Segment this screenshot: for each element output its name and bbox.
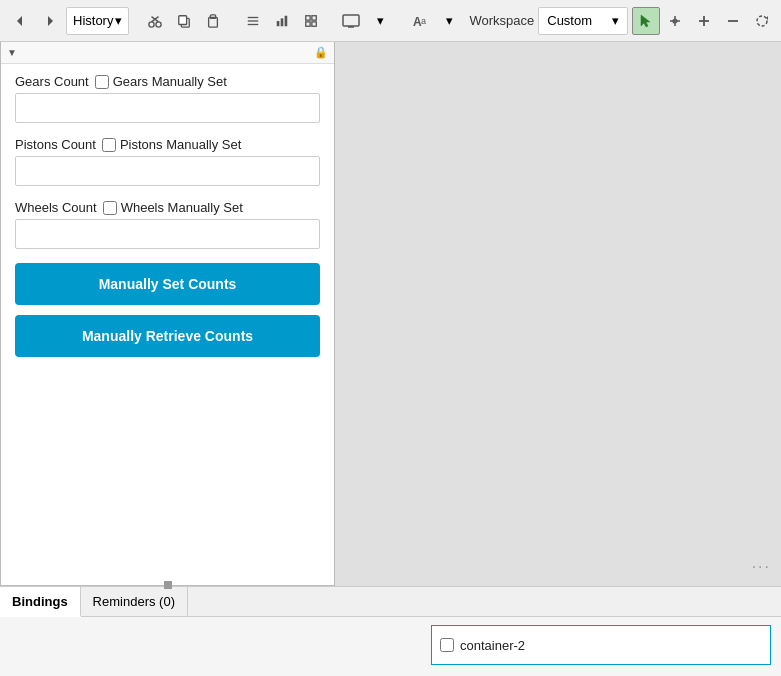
pistons-manually-set-label[interactable]: Pistons Manually Set bbox=[102, 137, 241, 152]
wheels-count-input[interactable] bbox=[15, 219, 320, 249]
workspace-dropdown[interactable]: Custom ▾ bbox=[538, 7, 628, 35]
list-view-button[interactable] bbox=[239, 7, 267, 35]
pistons-manually-set-text: Pistons Manually Set bbox=[120, 137, 241, 152]
bottom-tabs: Bindings Reminders (0) bbox=[0, 587, 781, 617]
svg-point-32 bbox=[757, 16, 767, 26]
add-point-icon bbox=[668, 14, 682, 28]
paste-icon bbox=[206, 14, 220, 28]
chart-view-button[interactable] bbox=[268, 7, 296, 35]
svg-rect-9 bbox=[211, 14, 216, 18]
svg-rect-19 bbox=[312, 21, 316, 25]
history-dropdown-arrow: ▾ bbox=[115, 13, 122, 28]
screen-button[interactable] bbox=[337, 7, 365, 35]
svg-rect-20 bbox=[343, 15, 359, 26]
gears-count-input[interactable] bbox=[15, 93, 320, 123]
edit-tools bbox=[141, 7, 227, 35]
add-button[interactable] bbox=[690, 7, 718, 35]
tab-reminders[interactable]: Reminders (0) bbox=[81, 587, 188, 617]
svg-point-3 bbox=[156, 21, 161, 26]
back-button[interactable] bbox=[6, 7, 34, 35]
minus-icon bbox=[726, 14, 740, 28]
add-point-button[interactable] bbox=[661, 7, 689, 35]
panel-resize-bottom-handle[interactable] bbox=[1, 581, 334, 589]
chart-icon bbox=[275, 14, 289, 28]
layout-tools bbox=[239, 7, 325, 35]
svg-rect-15 bbox=[285, 15, 288, 26]
grid-icon bbox=[304, 14, 318, 28]
gears-header-row: Gears Count Gears Manually Set bbox=[15, 74, 320, 89]
bottom-panel: Bindings Reminders (0) container-2 bbox=[0, 586, 781, 676]
wheels-field-group: Wheels Count Wheels Manually Set bbox=[15, 200, 320, 249]
svg-rect-7 bbox=[179, 15, 187, 24]
forward-icon bbox=[43, 14, 57, 28]
toolbar: History ▾ bbox=[0, 0, 781, 42]
cut-button[interactable] bbox=[141, 7, 169, 35]
tab-bindings-label: Bindings bbox=[12, 594, 68, 609]
pistons-manually-set-checkbox[interactable] bbox=[102, 138, 116, 152]
copy-button[interactable] bbox=[170, 7, 198, 35]
tab-bindings[interactable]: Bindings bbox=[0, 587, 81, 617]
svg-rect-16 bbox=[306, 15, 310, 19]
screen-dropdown-button[interactable]: ▾ bbox=[366, 7, 394, 35]
svg-point-2 bbox=[149, 21, 154, 26]
pistons-count-input[interactable] bbox=[15, 156, 320, 186]
bottom-content: container-2 bbox=[0, 617, 781, 676]
font-button[interactable]: A a bbox=[406, 7, 434, 35]
gears-field-group: Gears Count Gears Manually Set bbox=[15, 74, 320, 123]
svg-marker-25 bbox=[641, 15, 650, 27]
workspace-value: Custom bbox=[547, 13, 592, 28]
screen-icon bbox=[342, 14, 360, 28]
pistons-label: Pistons Count bbox=[15, 137, 96, 152]
panel-collapse-arrow[interactable]: ▼ bbox=[7, 47, 17, 58]
pistons-header-row: Pistons Count Pistons Manually Set bbox=[15, 137, 320, 152]
workspace-label: Workspace bbox=[469, 13, 534, 28]
panel-lock-icon[interactable]: 🔒 bbox=[314, 46, 328, 59]
container-checkbox[interactable] bbox=[440, 638, 454, 652]
svg-marker-0 bbox=[17, 16, 22, 26]
workspace-dropdown-arrow: ▾ bbox=[612, 13, 619, 28]
subtract-button[interactable] bbox=[719, 7, 747, 35]
workspace-group: Workspace Custom ▾ bbox=[469, 7, 628, 35]
gears-manually-set-label[interactable]: Gears Manually Set bbox=[95, 74, 227, 89]
forward-button[interactable] bbox=[36, 7, 64, 35]
panel-content: Gears Count Gears Manually Set Pistons C… bbox=[1, 64, 334, 585]
gears-manually-set-checkbox[interactable] bbox=[95, 75, 109, 89]
wheels-header-row: Wheels Count Wheels Manually Set bbox=[15, 200, 320, 215]
left-panel: ▼ 🔒 Gears Count Gears Manually Set Pisto… bbox=[0, 42, 335, 586]
canvas-options-dots[interactable]: ··· bbox=[752, 558, 771, 576]
manually-retrieve-counts-button[interactable]: Manually Retrieve Counts bbox=[15, 315, 320, 357]
plus-icon bbox=[697, 14, 711, 28]
list-view-icon bbox=[246, 14, 260, 28]
svg-rect-13 bbox=[277, 21, 280, 26]
container-box[interactable]: container-2 bbox=[431, 625, 771, 665]
svg-rect-18 bbox=[306, 21, 310, 25]
font-dropdown-button[interactable]: ▾ bbox=[435, 7, 463, 35]
font-icon: A a bbox=[412, 14, 428, 28]
back-icon bbox=[13, 14, 27, 28]
copy-icon bbox=[177, 14, 191, 28]
wheels-label: Wheels Count bbox=[15, 200, 97, 215]
main-area: ▼ 🔒 Gears Count Gears Manually Set Pisto… bbox=[0, 42, 781, 586]
grid-view-button[interactable] bbox=[297, 7, 325, 35]
wheels-manually-set-label[interactable]: Wheels Manually Set bbox=[103, 200, 243, 215]
container-label: container-2 bbox=[460, 638, 525, 653]
manually-set-counts-button[interactable]: Manually Set Counts bbox=[15, 263, 320, 305]
wheels-manually-set-checkbox[interactable] bbox=[103, 201, 117, 215]
select-tool-button[interactable] bbox=[632, 7, 660, 35]
pistons-field-group: Pistons Count Pistons Manually Set bbox=[15, 137, 320, 186]
rotate-button[interactable] bbox=[748, 7, 776, 35]
svg-rect-17 bbox=[312, 15, 316, 19]
gears-manually-set-text: Gears Manually Set bbox=[113, 74, 227, 89]
svg-text:a: a bbox=[421, 16, 426, 26]
gears-label: Gears Count bbox=[15, 74, 89, 89]
svg-rect-14 bbox=[281, 18, 284, 26]
paste-button[interactable] bbox=[199, 7, 227, 35]
panel-header: ▼ 🔒 bbox=[1, 42, 334, 64]
resize-dot bbox=[164, 581, 172, 589]
history-dropdown[interactable]: History ▾ bbox=[66, 7, 129, 35]
svg-marker-33 bbox=[766, 16, 768, 20]
wheels-manually-set-text: Wheels Manually Set bbox=[121, 200, 243, 215]
canvas-area[interactable]: ··· bbox=[335, 42, 781, 586]
right-tools bbox=[632, 7, 776, 35]
text-tools: A a ▾ bbox=[406, 7, 463, 35]
